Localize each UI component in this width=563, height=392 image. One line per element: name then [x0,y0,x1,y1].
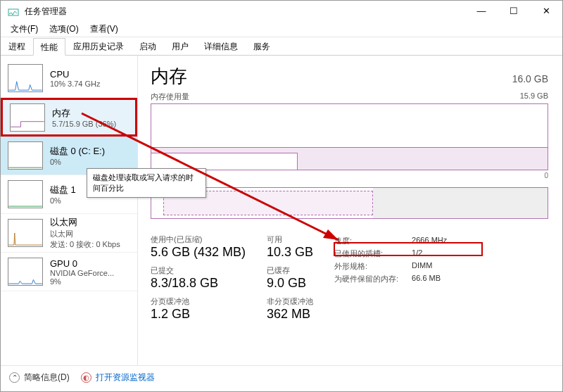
menu-options[interactable]: 选项(O) [44,22,84,37]
form-value: DIMM [412,261,432,272]
eth-sub: 以太网 [50,229,130,239]
tab-app-history[interactable]: 应用历史记录 [65,37,132,55]
tab-startup[interactable]: 启动 [132,37,164,55]
eth-thumb-icon [8,219,43,247]
disk0-thumb-icon [8,141,43,170]
tab-processes[interactable]: 进程 [1,37,33,55]
memory-sub: 5.7/15.9 GB (36%) [52,120,128,128]
tab-services[interactable]: 服务 [246,37,278,55]
main-panel: 内存 16.0 GB 内存使用量 15.9 GB 60 秒 0 使用 [138,56,562,365]
used-value: 5.6 GB (432 MB) [151,245,246,260]
commit-label: 已提交 [151,265,246,276]
paged-value: 1.2 GB [151,307,246,322]
gpu-sub: NVIDIA GeForce... [50,269,130,277]
nonpaged-label: 非分页缓冲池 [267,296,313,307]
cpu-sub: 10% 3.74 GHz [50,80,130,88]
cpu-thumb-icon [8,64,43,92]
nonpaged-value: 362 MB [267,307,313,322]
sidebar: CPU10% 3.74 GHz 内存5.7/15.9 GB (36%) 磁盘 0… [1,56,138,365]
axis-right: 0 [544,172,548,182]
eth-sub2: 发送: 0 接收: 0 Kbps [50,239,130,250]
usage-max: 15.9 GB [520,91,548,102]
eth-title: 以太网 [50,216,130,229]
window-title: 任务管理器 [25,6,465,18]
app-icon [8,6,19,17]
disk1-thumb-icon [8,180,43,208]
avail-label: 可用 [267,234,313,245]
resmon-label: 打开资源监视器 [96,372,155,384]
menu-view[interactable]: 查看(V) [84,22,124,37]
used-label: 使用中(已压缩) [151,234,246,245]
memory-composition-chart[interactable] [151,187,548,219]
avail-value: 10.3 GB [267,245,313,260]
speed-label: 速度: [334,236,412,246]
commit-value: 8.3/18.8 GB [151,276,246,291]
tab-users[interactable]: 用户 [164,37,196,55]
memory-title: 内存 [52,107,128,120]
tooltip: 磁盘处理读取或写入请求的时间百分比 [87,168,206,198]
tab-details[interactable]: 详细信息 [196,37,246,55]
resmon-icon: ◐ [81,372,91,383]
page-heading: 内存 [151,64,187,89]
memory-total: 16.0 GB [512,73,548,84]
memory-thumb-icon [10,103,45,132]
gpu-sub2: 9% [50,277,130,286]
tab-bar: 进程 性能 应用历史记录 启动 用户 详细信息 服务 [1,37,562,56]
menu-file[interactable]: 文件(F) [5,22,44,37]
sidebar-item-ethernet[interactable]: 以太网以太网发送: 0 接收: 0 Kbps [1,214,137,253]
minimize-button[interactable]: — [465,1,498,22]
menu-bar: 文件(F) 选项(O) 查看(V) [1,22,562,37]
chevron-up-icon: ⌃ [9,372,20,383]
close-button[interactable]: ✕ [530,1,562,22]
reserved-label: 为硬件保留的内存: [334,274,412,284]
usage-label: 内存使用量 [151,91,189,102]
speed-value: 2666 MHz [412,236,447,246]
gpu-title: GPU 0 [50,258,130,269]
sidebar-item-gpu0[interactable]: GPU 0NVIDIA GeForce...9% [1,253,137,291]
paged-label: 分页缓冲池 [151,296,246,307]
cached-value: 9.0 GB [267,276,313,291]
cached-label: 已缓存 [267,265,313,276]
status-bar: ⌃ 简略信息(D) ◐ 打开资源监视器 [1,365,562,389]
brief-info-label: 简略信息(D) [24,372,70,384]
sidebar-item-cpu[interactable]: CPU10% 3.74 GHz [1,59,137,98]
slots-label: 已使用的插槽: [334,248,412,259]
disk0-title: 磁盘 0 (C: E:) [50,145,130,158]
maximize-button[interactable]: ☐ [498,1,530,22]
tab-performance[interactable]: 性能 [33,38,65,56]
svg-rect-0 [8,9,18,15]
form-label: 外形规格: [334,261,412,272]
open-resmon-link[interactable]: ◐ 打开资源监视器 [81,372,155,384]
brief-info-link[interactable]: ⌃ 简略信息(D) [9,372,70,384]
memory-usage-chart[interactable] [151,103,548,170]
disk0-sub: 0% [50,158,130,166]
slots-value: 1/2 [412,248,422,259]
sidebar-item-memory[interactable]: 内存5.7/15.9 GB (36%) [1,98,137,137]
cpu-title: CPU [50,69,130,80]
reserved-value: 66.6 MB [412,274,441,284]
gpu-thumb-icon [8,258,43,286]
